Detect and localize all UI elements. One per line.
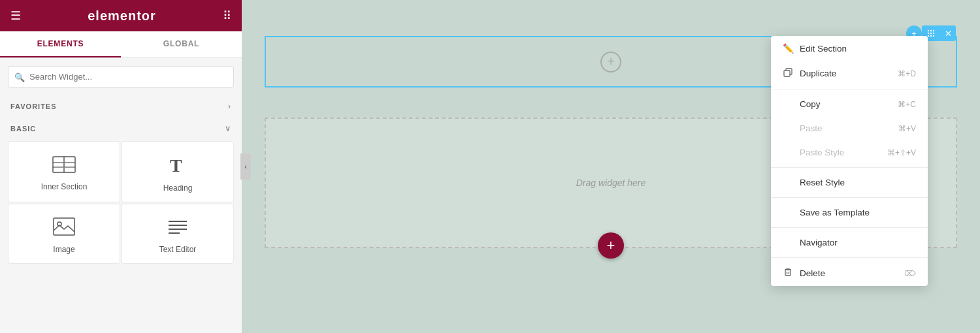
copy-shortcut: ⌘+C [898, 100, 916, 109]
svg-point-15 [933, 30, 934, 31]
menu-navigator-label: Navigator [800, 238, 838, 247]
menu-item-edit-section[interactable]: ✏️ Edit Section [771, 36, 928, 61]
heading-icon: T [167, 155, 188, 177]
menu-item-reset-style[interactable]: Reset Style [771, 170, 928, 195]
widget-heading-label: Heading [163, 183, 193, 193]
svg-point-16 [928, 33, 929, 34]
widget-grid: Inner Section T Heading Image [0, 140, 242, 272]
widget-text-editor-label: Text Editor [159, 245, 197, 254]
main-canvas: + ✕ + Drag [242, 0, 980, 333]
menu-item-delete[interactable]: Delete ⌦ [771, 261, 928, 286]
menu-item-paste-style-left: Paste Style [783, 148, 844, 157]
menu-item-paste-style: Paste Style ⌘+⇧+V [771, 140, 928, 165]
menu-paste-style-label: Paste Style [800, 148, 844, 157]
menu-edit-section-label: Edit Section [800, 44, 847, 54]
add-widget-icon: + [607, 237, 615, 254]
add-widget-button[interactable]: + [598, 232, 624, 259]
menu-duplicate-label: Duplicate [800, 69, 836, 78]
widget-image[interactable]: Image [8, 204, 120, 264]
favorites-section-header[interactable]: FAVORITES › [0, 95, 242, 118]
widget-heading[interactable]: T Heading [122, 141, 234, 202]
menu-copy-label: Copy [800, 99, 821, 109]
sidebar-header: ☰ elementor ⠿ [0, 0, 242, 31]
svg-rect-23 [785, 270, 791, 276]
search-wrapper: 🔍 [8, 66, 234, 87]
section-close-button[interactable]: ✕ [940, 25, 956, 41]
menu-divider-4 [771, 227, 928, 228]
svg-rect-22 [784, 71, 790, 76]
widget-image-label: Image [53, 245, 74, 254]
text-editor-icon [167, 217, 189, 238]
menu-item-navigator[interactable]: Navigator [771, 230, 928, 255]
drag-widget-text: Drag widget here [576, 178, 646, 188]
basic-label: BASIC [10, 125, 36, 133]
menu-paste-label: Paste [800, 123, 823, 133]
favorites-chevron-icon: › [228, 102, 231, 111]
menu-item-save-template-left: Save as Template [783, 208, 870, 217]
menu-item-navigator-left: Navigator [783, 238, 838, 247]
sidebar-collapse-button[interactable]: ‹ [240, 153, 251, 180]
menu-item-save-template[interactable]: Save as Template [771, 200, 928, 225]
menu-save-template-label: Save as Template [800, 208, 870, 217]
menu-item-edit-left: ✏️ Edit Section [783, 43, 847, 54]
menu-item-duplicate-left: Duplicate [783, 68, 836, 79]
widget-text-editor[interactable]: Text Editor [122, 204, 234, 264]
favorites-label: FAVORITES [10, 103, 57, 110]
menu-divider-2 [771, 167, 928, 168]
search-container: 🔍 [0, 58, 242, 95]
svg-text:T: T [170, 155, 182, 174]
menu-reset-style-label: Reset Style [800, 178, 845, 187]
pencil-icon: ✏️ [783, 43, 793, 54]
menu-divider-5 [771, 257, 928, 258]
svg-point-19 [928, 35, 929, 37]
tab-global[interactable]: GLOBAL [121, 31, 242, 57]
menu-item-copy-left: Copy [783, 99, 821, 109]
svg-point-17 [930, 33, 932, 34]
context-menu: ✏️ Edit Section Duplicate ⌘+D Copy [771, 36, 928, 286]
menu-item-delete-left: Delete [783, 268, 825, 279]
menu-item-reset-style-left: Reset Style [783, 178, 845, 187]
trash-icon [783, 268, 793, 279]
menu-item-copy[interactable]: Copy ⌘+C [771, 92, 928, 116]
duplicate-shortcut: ⌘+D [898, 69, 916, 78]
svg-point-21 [933, 35, 934, 37]
delete-shortcut: ⌦ [905, 269, 916, 278]
search-input[interactable] [8, 66, 234, 87]
widget-inner-section[interactable]: Inner Section [8, 141, 120, 202]
menu-item-paste: Paste ⌘+V [771, 116, 928, 140]
sidebar-tabs: ELEMENTS GLOBAL [0, 31, 242, 58]
hamburger-icon[interactable]: ☰ [10, 8, 21, 23]
widget-inner-section-label: Inner Section [41, 182, 88, 191]
menu-item-paste-left: Paste [783, 123, 823, 133]
search-icon: 🔍 [14, 72, 25, 82]
add-column-icon: + [607, 54, 615, 69]
inner-section-icon [52, 156, 76, 176]
menu-item-duplicate[interactable]: Duplicate ⌘+D [771, 61, 928, 86]
svg-point-14 [930, 30, 932, 31]
grid-icon[interactable]: ⠿ [223, 8, 231, 23]
tab-elements[interactable]: ELEMENTS [0, 31, 121, 57]
basic-chevron-icon: ∨ [225, 124, 231, 133]
app-title: elementor [88, 8, 156, 24]
svg-rect-7 [54, 218, 74, 235]
basic-section-header[interactable]: BASIC ∨ [0, 118, 242, 140]
image-icon [53, 217, 75, 238]
menu-delete-label: Delete [800, 268, 825, 278]
sidebar: ☰ elementor ⠿ ELEMENTS GLOBAL 🔍 FAVORITE… [0, 0, 242, 333]
menu-divider-1 [771, 89, 928, 89]
svg-point-20 [930, 35, 932, 37]
svg-point-13 [928, 30, 929, 31]
add-column-button[interactable]: + [600, 52, 621, 72]
duplicate-icon [783, 68, 793, 79]
svg-point-18 [933, 33, 934, 34]
paste-style-shortcut: ⌘+⇧+V [887, 148, 916, 157]
menu-divider-3 [771, 197, 928, 198]
paste-shortcut: ⌘+V [898, 124, 916, 133]
